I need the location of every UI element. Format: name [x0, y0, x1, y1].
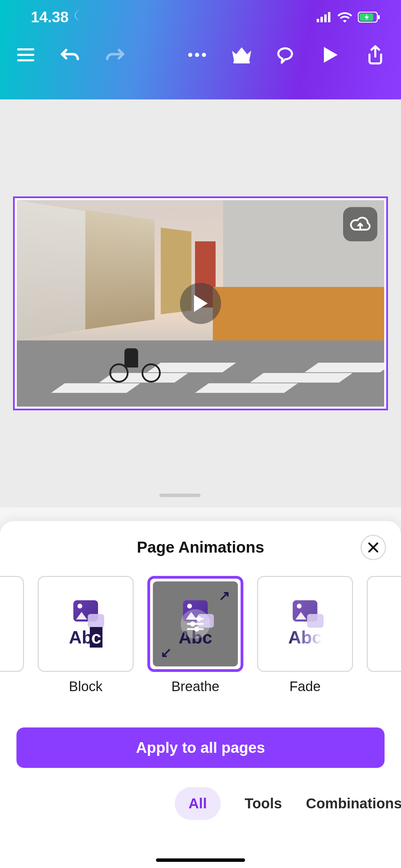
animation-label: Block: [69, 679, 102, 694]
svg-rect-3: [328, 12, 330, 22]
page-content: [17, 200, 384, 407]
animation-option-fade[interactable]: Abc Fade: [257, 576, 353, 694]
close-button[interactable]: [361, 535, 386, 560]
svg-marker-15: [194, 295, 208, 312]
animation-label: Breathe: [171, 679, 219, 694]
animation-category-tabs: All Tools Combinations: [0, 787, 401, 820]
play-button[interactable]: [319, 43, 343, 67]
svg-point-10: [188, 53, 192, 57]
status-time: 14.38: [31, 9, 69, 26]
animation-option-partial-left[interactable]: c: [0, 576, 24, 694]
more-button[interactable]: [185, 43, 209, 67]
cloud-upload-icon[interactable]: [343, 207, 377, 241]
svg-point-19: [197, 617, 200, 620]
svg-rect-2: [324, 14, 327, 22]
arrow-expand-icon: ↙: [160, 644, 172, 660]
tab-tools[interactable]: Tools: [245, 795, 282, 812]
svg-rect-0: [317, 19, 319, 22]
svg-rect-13: [233, 61, 250, 63]
settings-sliders-icon[interactable]: [181, 609, 210, 639]
animation-label: Fade: [289, 679, 320, 694]
svg-point-21: [191, 622, 194, 626]
animation-option-partial-right[interactable]: A: [367, 576, 401, 694]
tab-all[interactable]: All: [175, 787, 221, 820]
selected-page-frame[interactable]: [13, 196, 388, 410]
svg-point-11: [195, 53, 199, 57]
cellular-icon: [317, 12, 332, 22]
animations-sheet: Page Animations c Abc: [0, 521, 401, 868]
animation-option-block[interactable]: Abc Block: [38, 576, 134, 694]
tab-combinations[interactable]: Combinations: [306, 795, 401, 812]
wifi-icon: [337, 12, 352, 23]
comment-button[interactable]: [274, 43, 298, 67]
svg-point-12: [202, 53, 206, 57]
svg-rect-6: [378, 15, 380, 19]
canvas-area: [0, 99, 401, 507]
animation-option-breathe[interactable]: ↗ ↙ Abc: [147, 576, 243, 694]
battery-charging-icon: [358, 12, 380, 23]
pro-crown-button[interactable]: [230, 43, 254, 67]
home-indicator[interactable]: [156, 858, 245, 862]
svg-rect-1: [320, 17, 323, 22]
arrow-expand-icon: ↗: [219, 588, 230, 603]
undo-button[interactable]: [58, 43, 82, 67]
do-not-disturb-icon: [73, 9, 87, 26]
redo-button[interactable]: [103, 43, 127, 67]
editor-toolbar: [0, 34, 401, 75]
sheet-title: Page Animations: [137, 538, 264, 556]
svg-point-23: [195, 627, 198, 631]
apply-to-all-pages-button[interactable]: Apply to all pages: [16, 727, 385, 768]
status-bar: 14.38: [0, 0, 401, 34]
menu-button[interactable]: [14, 43, 38, 67]
canvas-play-button[interactable]: [180, 283, 221, 324]
app-header: 14.38: [0, 0, 401, 99]
animations-carousel[interactable]: c Abc Block ↗ ↙: [0, 576, 401, 713]
share-button[interactable]: [363, 43, 387, 67]
svg-marker-14: [324, 47, 338, 63]
sheet-drag-handle[interactable]: [159, 494, 200, 497]
